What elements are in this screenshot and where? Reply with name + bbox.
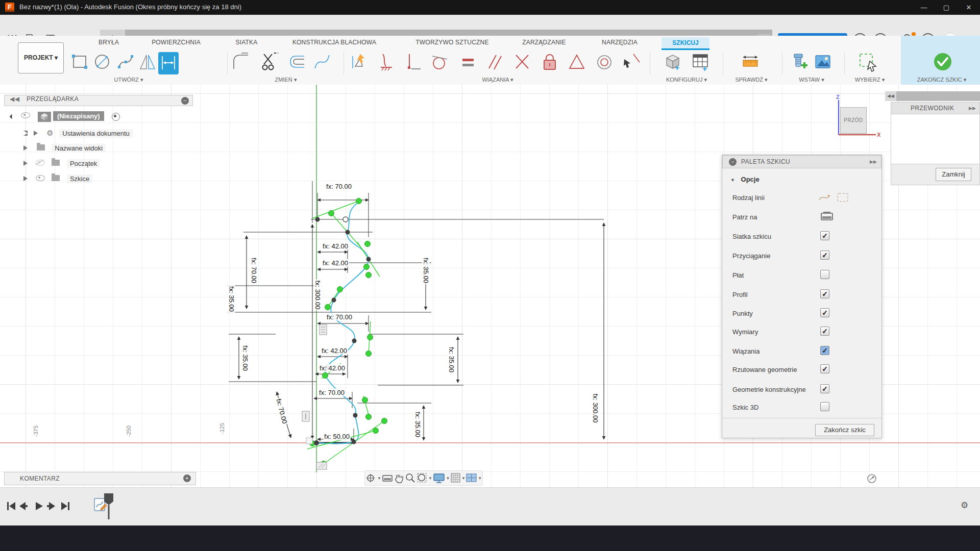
tab-szkicuj[interactable]: SZKICUJ [662,37,709,49]
group-configure[interactable]: KONFIGURUJ ▾ [666,77,707,83]
expand-right-icon[interactable]: ▶▶ [870,156,877,168]
group-constraints[interactable]: WIĄZANIA ▾ [482,77,513,83]
browser-item-label[interactable]: Szkice [67,174,92,183]
select-tool-icon[interactable] [859,52,877,72]
collapsed-arrow-icon[interactable] [23,176,28,181]
palette-section-options[interactable]: ▼ Opcje [730,176,760,183]
dimension-label[interactable]: fx: 35.00 [228,285,235,313]
tab-zarzadzanie[interactable]: ZARZĄDZANIE [522,39,566,46]
fix-constraint-icon[interactable] [378,52,396,72]
measure-icon[interactable] [741,52,760,72]
collapse-left-icon[interactable]: ◀◀ [10,95,19,103]
equal-constraint-icon[interactable] [459,52,477,72]
dimension-label[interactable]: fx: 70.00 [325,183,353,190]
browser-item-named-views[interactable]: Nazwane widoki [23,144,106,157]
dimension-label[interactable]: fx: 70.00 [326,313,353,321]
configure-feature-icon[interactable]: + [664,52,682,72]
sketch-dimension-icon[interactable] [159,52,178,72]
browser-item-origin[interactable]: Początek [23,160,100,172]
checkbox-3d-sketch[interactable] [820,402,829,411]
zoom-icon[interactable] [405,472,416,484]
checkbox-profile[interactable]: ✓ [820,289,829,298]
tab-narzedzia[interactable]: NARZĘDZIA [602,39,638,46]
checkbox-projected-geometry[interactable]: ✓ [820,364,829,373]
concentric-constraint-icon[interactable] [595,52,614,72]
lock-constraint-icon[interactable] [541,52,559,72]
browser-header[interactable]: ◀◀ PRZEGLĄDARKA − [4,95,193,106]
collapsed-arrow-icon[interactable] [23,131,28,136]
tab-powierzchnia[interactable]: POWIERZCHNIA [152,39,201,46]
visibility-off-icon[interactable] [36,160,45,166]
trim-tool-icon[interactable] [261,52,279,72]
viewports-icon[interactable] [466,473,477,483]
offset-tool-icon[interactable] [288,52,306,72]
browser-root-label[interactable]: (Niezapisany) [53,111,104,121]
dimension-label[interactable]: fx: 300.00 [314,279,322,310]
close-button[interactable]: ✕ [958,0,980,15]
dimension-label[interactable]: fx: 42.00 [318,364,346,372]
maximize-button[interactable]: ▢ [935,0,958,15]
curve-tool-icon[interactable] [313,52,331,72]
timeline-settings-gear-icon[interactable]: ⚙ [961,500,968,511]
spline-handles[interactable] [307,201,384,464]
checkbox-slice[interactable] [820,270,829,279]
group-finish-sketch[interactable]: ZAKOŃCZ SZKIC ▾ [917,77,967,83]
tab-siatka[interactable]: SIATKA [236,39,258,46]
group-select[interactable]: WYBIERZ ▾ [855,77,885,83]
dropdown-caret[interactable]: ▼ [428,476,432,481]
polygon-constraint-icon[interactable] [568,52,586,72]
group-modify[interactable]: ZMIEŃ ▾ [275,77,297,83]
browser-item-label[interactable]: Nazwane widoki [52,144,106,153]
viewcube[interactable]: Z PRZÓD X [835,94,884,142]
dimension-label[interactable]: fx: 35.00 [448,346,455,373]
pan-icon[interactable] [394,473,404,483]
display-settings-icon[interactable] [433,473,445,483]
mirror-tool-icon[interactable] [138,52,157,72]
palette-header[interactable]: − PALETA SZKICU ▶▶ [722,155,881,168]
collapse-panel-icon[interactable]: ◀◀ [885,91,896,101]
configure-table-icon[interactable]: + [691,52,709,72]
checkbox-points[interactable]: ✓ [820,308,829,317]
dimension-label[interactable]: fx: 35.00 [241,344,249,372]
collapsed-arrow-icon[interactable] [23,145,28,151]
vertical-horizontal-constraint-icon[interactable] [404,52,423,72]
look-at-icon[interactable] [382,473,393,483]
spline-tool-icon[interactable] [116,52,135,72]
browser-item-document-settings[interactable]: ⚙ Ustawienia dokumentu [23,129,133,141]
group-create[interactable]: UTWÓRZ ▾ [114,77,143,83]
collapsed-arrow-icon[interactable] [23,161,28,166]
finish-sketch-button[interactable]: Zakończ szkic [815,424,874,436]
linetype-icons[interactable] [817,192,851,203]
activate-radio-icon[interactable] [112,113,120,121]
expanded-arrow-icon[interactable] [10,114,15,119]
dropdown-caret[interactable]: ▼ [478,476,482,481]
tab-bryla[interactable]: BRYŁA [99,39,119,46]
auto-dimension-icon[interactable] [350,52,369,72]
spline-open-point[interactable] [343,217,348,222]
insert-image-icon[interactable] [814,52,832,72]
insert-fastener-icon[interactable] [790,52,808,72]
group-insert[interactable]: WSTAW ▾ [799,77,824,83]
guide-panel-header[interactable]: PRZEWODNIK ▶▶ [891,102,980,114]
timeline-position-marker[interactable] [102,493,115,519]
rectangle-tool-icon[interactable] [70,52,89,72]
guide-close-button[interactable]: Zamknij [936,168,971,181]
project-menu-button[interactable]: PROJEKT ▾ [18,42,64,73]
dimension-label[interactable]: fx: 42.00 [321,347,348,355]
group-inspect[interactable]: SPRAWDŹ ▾ [735,77,767,83]
dimension-label[interactable]: fx: 35.00 [414,411,422,438]
dimension-label[interactable]: fx: 42.00 [322,242,349,250]
orbit-icon[interactable] [365,473,377,483]
touch-gestures-icon[interactable] [867,473,877,484]
palette-collapse-icon[interactable]: − [729,158,737,166]
symmetry-constraint-icon[interactable] [513,52,531,72]
fillet-tool-icon[interactable] [231,52,250,72]
dimension-label[interactable]: fx: 50.00 [323,433,351,440]
tangent-constraint-icon[interactable] [430,52,449,72]
circle-tool-icon[interactable] [93,52,111,72]
spline-curve[interactable] [316,202,369,444]
dimension-label[interactable]: fx: 300.00 [592,392,599,423]
checkbox-sketch-grid[interactable]: ✓ [820,231,829,240]
dropdown-caret[interactable]: ▼ [446,476,450,481]
tab-tworzywo-sztuczne[interactable]: TWORZYWO SZTUCZNE [415,39,488,46]
